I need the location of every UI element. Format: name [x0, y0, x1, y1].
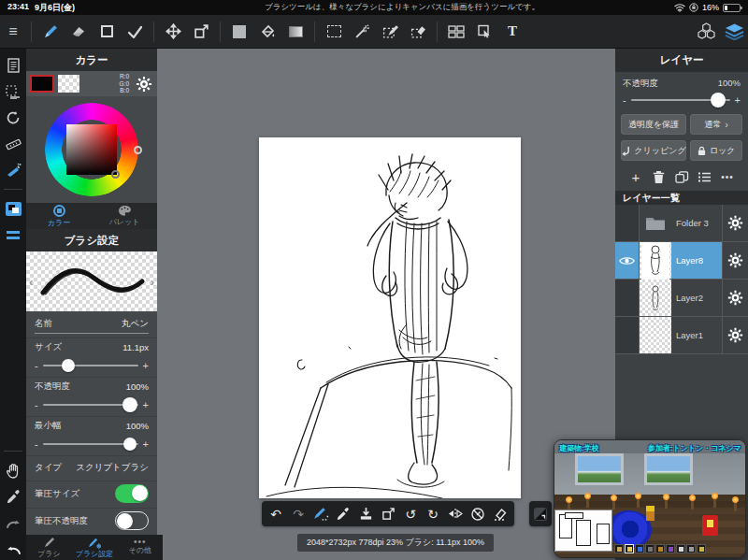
layer-name[interactable]: Folder 3 — [671, 205, 722, 241]
layer-opacity-knob[interactable] — [711, 93, 726, 108]
sv-handle[interactable] — [111, 170, 120, 179]
layer-settings-gear-icon[interactable] — [722, 280, 748, 316]
duplicate-layer-button[interactable] — [672, 168, 691, 185]
curve-tool-button[interactable] — [121, 19, 149, 45]
tab-palette[interactable]: パレット — [92, 203, 157, 229]
add-layer-button[interactable]: + — [626, 168, 645, 185]
next-brush-arrow[interactable]: › — [151, 275, 154, 289]
layer-row-layer1[interactable]: Layer1 — [615, 317, 748, 354]
min-width-plus[interactable]: + — [143, 439, 149, 450]
color-panel-toggle-icon[interactable] — [2, 197, 24, 220]
menu-button[interactable]: ≡ — [0, 19, 26, 45]
eyedropper-button[interactable] — [332, 503, 354, 525]
opacity-slider[interactable]: - + — [26, 395, 157, 414]
airbrush-material-icon[interactable] — [2, 159, 24, 181]
rotate-ccw-button[interactable]: ↺ — [399, 503, 422, 525]
pip-video[interactable]: 建築物:学校 参加者:トントン・コネシマ — [554, 439, 746, 558]
visibility-cell[interactable] — [615, 317, 640, 353]
brush-tool-button[interactable] — [36, 19, 65, 45]
type-value[interactable]: スクリプトブラシ — [76, 462, 149, 474]
redo-button[interactable]: ↷ — [287, 503, 309, 525]
flip-horizontal-button[interactable] — [444, 503, 467, 525]
ruler-icon[interactable] — [2, 133, 24, 155]
lock-button[interactable]: ロック — [690, 140, 742, 161]
color-settings-gear-icon[interactable] — [135, 75, 153, 93]
min-width-slider[interactable]: - + — [26, 435, 157, 453]
delete-layer-button[interactable] — [650, 168, 669, 185]
eraser-tool-button[interactable] — [65, 19, 93, 45]
tab-brush-settings[interactable]: ブラシ設定 — [72, 535, 118, 560]
magic-wand-button[interactable] — [348, 19, 376, 45]
select-pen-button[interactable] — [376, 19, 404, 45]
transform-tool-button[interactable] — [187, 19, 215, 45]
select-eraser-button[interactable] — [404, 19, 432, 45]
opacity-minus[interactable]: - — [35, 400, 38, 410]
tab-brush[interactable]: ブラシ — [26, 535, 72, 560]
undo-button[interactable]: ↶ — [265, 503, 287, 525]
layer-settings-gear-icon[interactable] — [722, 242, 748, 279]
opacity-plus[interactable]: + — [143, 400, 149, 410]
layer-settings-gear-icon[interactable] — [722, 317, 748, 353]
layer-opacity-slider[interactable]: - + — [615, 92, 748, 108]
gradient-tool-button[interactable] — [281, 19, 309, 45]
blend-mode-button[interactable]: 通常› — [690, 114, 742, 135]
clipping-button[interactable]: クリッピング — [621, 140, 686, 161]
brush-preview[interactable]: ‹ › — [26, 251, 157, 311]
layer-list-button[interactable] — [696, 168, 714, 185]
layer-opacity-minus[interactable]: - — [623, 94, 626, 106]
layer-row-folder[interactable]: Folder 3 — [615, 205, 748, 242]
visibility-cell[interactable] — [615, 242, 640, 279]
rect-tool-button[interactable] — [93, 19, 121, 45]
protect-alpha-button[interactable]: 透明度を保護 — [621, 114, 686, 135]
brush-snap-button[interactable] — [309, 503, 332, 525]
transform-button[interactable] — [377, 503, 399, 525]
select-menu-icon[interactable] — [2, 80, 24, 103]
min-width-slider-knob[interactable] — [123, 438, 137, 451]
layer-row-layer8[interactable]: Layer8 — [615, 242, 748, 280]
brush-name-value[interactable]: 丸ペン — [122, 318, 149, 330]
rotate-canvas-icon[interactable] — [2, 107, 24, 129]
size-minus[interactable]: - — [35, 361, 38, 371]
prev-brush-arrow[interactable]: ‹ — [29, 275, 33, 289]
opacity-slider-knob[interactable] — [122, 397, 137, 412]
select-rect-button[interactable] — [320, 19, 348, 45]
tab-color[interactable]: カラー — [26, 203, 92, 229]
size-slider-knob[interactable] — [62, 359, 75, 372]
rotate-cw-button[interactable]: ↻ — [422, 503, 444, 525]
size-plus[interactable]: + — [143, 361, 149, 371]
size-slider[interactable]: - + — [26, 356, 157, 375]
divide-canvas-button[interactable] — [442, 19, 470, 45]
fill-solid-button[interactable] — [225, 19, 253, 45]
deselect-button[interactable] — [489, 503, 511, 525]
bucket-tool-button[interactable] — [253, 19, 281, 45]
material-panel-button[interactable] — [692, 19, 720, 45]
rotate-reset-button[interactable] — [467, 503, 489, 525]
panel-toggle-button[interactable] — [529, 501, 552, 526]
undo-icon[interactable] — [2, 538, 24, 560]
tab-other[interactable]: ••• その他 — [117, 535, 163, 560]
brush-list-toggle-icon[interactable] — [2, 223, 24, 246]
text-tool-button[interactable]: T — [498, 19, 526, 45]
visibility-cell[interactable] — [615, 280, 640, 316]
eyedropper-icon[interactable] — [2, 485, 24, 508]
background-color-swatch[interactable] — [58, 75, 79, 93]
hand-tool-icon[interactable] — [2, 459, 24, 481]
redo-icon[interactable] — [2, 511, 24, 534]
min-width-minus[interactable]: - — [35, 439, 38, 450]
foreground-color-swatch[interactable] — [30, 75, 54, 93]
layer-name[interactable]: Layer1 — [671, 317, 722, 353]
save-button[interactable] — [354, 503, 377, 525]
hue-handle[interactable] — [134, 146, 142, 154]
layer-name[interactable]: Layer2 — [671, 280, 722, 316]
layer-opacity-plus[interactable]: + — [735, 94, 741, 106]
script-panel-icon[interactable] — [2, 54, 24, 77]
pressure-opacity-toggle[interactable] — [115, 511, 149, 530]
layer-row-layer2[interactable]: Layer2 — [615, 280, 748, 317]
layer-more-button[interactable]: ••• — [718, 168, 737, 185]
drawing-canvas[interactable] — [259, 137, 521, 498]
pressure-size-toggle[interactable] — [115, 484, 149, 503]
move-tool-button[interactable] — [159, 19, 187, 45]
layers-panel-button[interactable] — [720, 19, 748, 45]
object-select-button[interactable] — [470, 19, 498, 45]
saturation-square[interactable] — [66, 124, 117, 175]
